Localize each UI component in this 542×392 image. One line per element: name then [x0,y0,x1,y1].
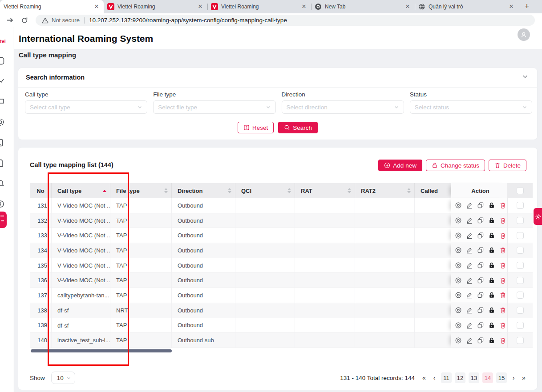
page-button-15[interactable]: 15 [496,372,507,383]
column-header-call-type[interactable]: Call type [52,183,110,198]
status-select[interactable]: Select status [410,100,532,114]
delete-icon[interactable] [499,217,506,224]
edit-icon[interactable] [466,292,473,299]
collapse-chevron-icon[interactable] [522,73,528,80]
lock-icon[interactable] [488,232,495,239]
row-checkbox[interactable] [517,292,524,299]
delete-icon[interactable] [499,277,506,284]
row-checkbox[interactable] [517,262,524,269]
copy-icon[interactable] [477,217,484,224]
edit-icon[interactable] [466,337,473,344]
lock-icon[interactable] [488,322,495,329]
edit-icon[interactable] [466,217,473,224]
last-page-button[interactable]: » [520,374,527,381]
view-icon[interactable] [455,232,462,239]
lock-icon[interactable] [488,247,495,254]
view-icon[interactable] [455,262,462,269]
sort-icon[interactable] [164,188,168,193]
close-icon[interactable]: ✕ [300,3,307,10]
page-button-12[interactable]: 12 [455,372,465,383]
select-all-checkbox[interactable] [517,187,524,194]
user-avatar[interactable] [518,28,530,41]
row-checkbox[interactable] [517,202,524,209]
lock-icon[interactable] [488,217,495,224]
copy-icon[interactable] [477,232,484,239]
copy-icon[interactable] [477,322,484,329]
copy-icon[interactable] [477,307,484,314]
forward-icon[interactable] [5,16,15,25]
reset-button[interactable]: Reset [238,122,274,133]
view-icon[interactable] [455,247,462,254]
edit-icon[interactable] [466,232,473,239]
view-icon[interactable] [455,202,462,209]
row-checkbox[interactable] [517,247,524,254]
delete-icon[interactable] [499,292,506,299]
column-header-direction[interactable]: Direction [172,183,235,198]
phone-icon[interactable] [0,138,5,147]
delete-icon[interactable] [499,337,506,344]
page-button-11[interactable]: 11 [441,372,452,383]
direction-select[interactable]: Select direction [282,100,404,114]
chart-icon[interactable] [0,77,5,86]
file-type-select[interactable]: Select file type [153,100,275,114]
sidebar-item-active[interactable] [0,212,7,228]
row-checkbox[interactable] [517,277,524,284]
first-page-button[interactable]: « [421,374,428,381]
prev-page-button[interactable]: ‹ [431,374,438,381]
chat-icon[interactable] [0,97,5,106]
lock-icon[interactable] [488,337,495,344]
dashboard-icon[interactable] [0,56,5,65]
close-icon[interactable]: ✕ [508,3,515,10]
delete-icon[interactable] [499,232,506,239]
sort-icon[interactable] [348,188,351,193]
edit-icon[interactable] [466,247,473,254]
lock-icon[interactable] [488,202,495,209]
row-checkbox[interactable] [517,337,524,344]
delete-icon[interactable] [499,247,506,254]
column-header-file-type[interactable]: File type [110,183,172,198]
address-bar[interactable]: Not secure 10.207.252.137:9200/roaming-a… [36,15,535,26]
sort-asc-icon[interactable] [103,190,106,192]
delete-button[interactable]: Delete [489,160,526,171]
row-checkbox[interactable] [517,217,524,224]
lock-icon[interactable] [488,277,495,284]
lock-icon[interactable] [488,262,495,269]
document-icon[interactable] [0,159,5,168]
view-icon[interactable] [455,277,462,284]
browser-tab-3[interactable]: Viettel Roaming✕ [207,0,311,13]
edit-icon[interactable] [466,202,473,209]
close-icon[interactable]: ✕ [197,3,204,10]
view-icon[interactable] [455,217,462,224]
copy-icon[interactable] [477,247,484,254]
delete-icon[interactable] [499,202,506,209]
delete-icon[interactable] [499,322,506,329]
info-icon[interactable] [0,200,5,208]
page-button-14[interactable]: 14 [482,372,493,383]
settings-fab[interactable] [534,208,542,225]
copy-icon[interactable] [477,292,484,299]
search-button[interactable]: Search [278,122,318,133]
change-status-button[interactable]: Change status [426,160,485,171]
bell-icon[interactable] [0,179,5,188]
close-icon[interactable]: ✕ [93,3,100,10]
copy-icon[interactable] [477,337,484,344]
lock-icon[interactable] [488,307,495,314]
refresh-icon[interactable] [20,16,29,25]
sort-icon[interactable] [407,188,411,193]
lock-icon[interactable] [488,292,495,299]
browser-tab-1[interactable]: Viettel Roaming✕ [0,0,104,13]
edit-icon[interactable] [466,322,473,329]
view-icon[interactable] [455,337,462,344]
delete-icon[interactable] [499,307,506,314]
call-type-select[interactable]: Select call type [25,100,147,114]
edit-icon[interactable] [466,277,473,284]
edit-icon[interactable] [466,307,473,314]
column-header-rat[interactable]: RAT [295,183,355,198]
next-page-button[interactable]: › [510,374,517,381]
column-header-rat2[interactable]: RAT2 [355,183,415,198]
copy-icon[interactable] [477,277,484,284]
horizontal-scrollbar-thumb[interactable] [31,349,172,352]
delete-icon[interactable] [499,262,506,269]
copy-icon[interactable] [477,262,484,269]
page-button-13[interactable]: 13 [469,372,479,383]
